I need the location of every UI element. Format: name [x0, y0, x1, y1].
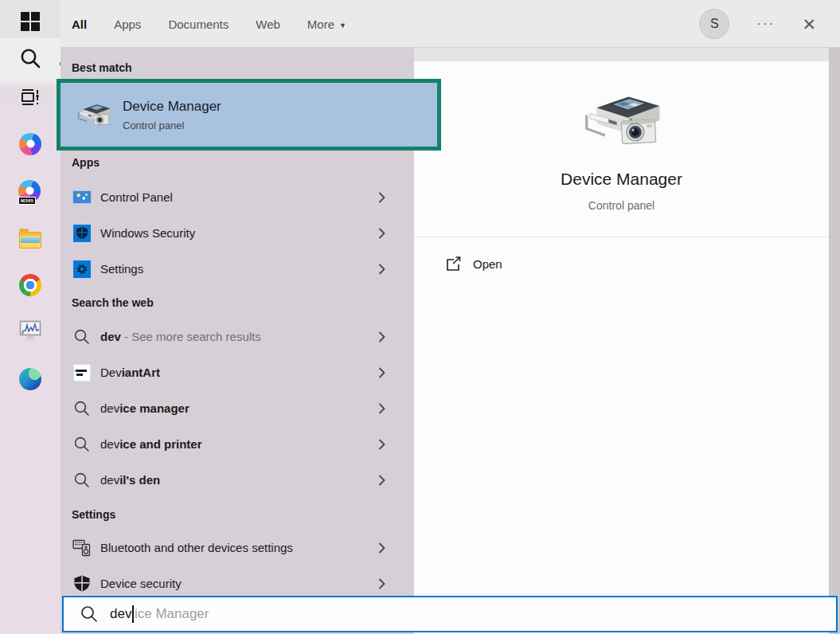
device-manager-icon: [580, 90, 664, 152]
open-external-icon: [446, 256, 462, 272]
m365-copilot-button[interactable]: M365: [0, 172, 61, 212]
more-options-icon[interactable]: ···: [756, 16, 775, 32]
windows-security-icon: [73, 225, 91, 242]
close-icon[interactable]: ✕: [802, 16, 816, 33]
panel-top-gap: [414, 48, 840, 61]
apps-header: Apps: [72, 156, 100, 169]
search-icon: [73, 436, 91, 453]
m365-badge: M365: [18, 197, 36, 205]
tab-documents[interactable]: Documents: [168, 18, 229, 31]
copilot-icon: [19, 133, 41, 155]
chevron-right-icon[interactable]: [378, 331, 385, 342]
best-match-annotation-box: Device Manager Control panel: [57, 79, 441, 151]
chevron-right-icon[interactable]: [378, 191, 385, 203]
chevron-right-icon[interactable]: [378, 402, 385, 414]
web-header: Search the web: [72, 296, 154, 309]
list-item-bluetooth-devices-settings[interactable]: Bluetooth and other devices settings: [61, 530, 414, 566]
search-suggestion-text: ice Manager: [135, 606, 209, 622]
preview-panel: Device Manager Control panel Open: [414, 61, 829, 634]
avatar-initial: S: [710, 17, 719, 31]
preview-title: Device Manager: [414, 170, 829, 189]
topbar-controls: S ··· ✕: [699, 0, 840, 48]
list-item-control-panel[interactable]: Control Panel: [61, 179, 414, 215]
chevron-right-icon[interactable]: [378, 438, 385, 450]
preview-subtitle: Control panel: [414, 199, 829, 212]
tabs: All Apps Documents Web More▼: [72, 0, 346, 48]
chevron-right-icon[interactable]: [378, 474, 385, 486]
divider: [414, 237, 829, 237]
device-manager-icon: [76, 101, 112, 129]
best-match-result[interactable]: Device Manager Control panel: [61, 83, 437, 147]
chevron-right-icon[interactable]: [378, 366, 385, 378]
taskbar-search-button[interactable]: [0, 38, 61, 78]
search-icon: [73, 472, 91, 489]
device-security-shield-icon: [74, 575, 90, 592]
task-view-button[interactable]: [0, 77, 61, 117]
search-icon: [73, 400, 91, 417]
search-typed-text: dev: [110, 606, 131, 622]
search-icon: [80, 605, 99, 624]
web-suggestion-devils-den[interactable]: devil's den: [61, 462, 414, 498]
dropdown-arrow-icon: ▼: [339, 22, 346, 29]
chevron-right-icon[interactable]: [378, 227, 385, 239]
bluetooth-devices-icon: [72, 538, 92, 558]
file-explorer-button[interactable]: [0, 220, 61, 260]
resource-monitor-icon: [19, 320, 41, 342]
chrome-icon: [19, 274, 41, 296]
web-suggestion-see-more[interactable]: dev - See more search results: [61, 319, 414, 354]
edge-button[interactable]: [0, 359, 61, 399]
search-input[interactable]: dev ice Manager: [62, 596, 838, 632]
open-button[interactable]: Open: [446, 256, 541, 272]
tab-all[interactable]: All: [72, 18, 87, 31]
list-item-windows-security[interactable]: Windows Security: [61, 215, 414, 251]
taskbar: M365: [0, 0, 61, 634]
settings-header: Settings: [72, 508, 115, 521]
task-view-icon: [18, 85, 42, 109]
search-icon: [18, 46, 42, 70]
copilot-button[interactable]: [0, 124, 61, 164]
text-cursor: [132, 605, 134, 623]
list-item-settings[interactable]: Settings: [61, 251, 414, 287]
chevron-right-icon[interactable]: [378, 263, 385, 275]
web-suggestion-device-and-printer[interactable]: device and printer: [61, 426, 414, 462]
chevron-right-icon[interactable]: [378, 577, 385, 589]
user-avatar[interactable]: S: [699, 9, 729, 39]
web-suggestion-device-manager[interactable]: device manager: [61, 390, 414, 426]
desktop-edge-strip: [829, 48, 840, 634]
file-explorer-icon: [19, 232, 41, 249]
m365-copilot-icon: M365: [18, 180, 42, 204]
control-panel-icon: [72, 190, 92, 204]
deviantart-icon: [73, 364, 91, 382]
search-icon: [73, 328, 91, 346]
resource-monitor-button[interactable]: [0, 311, 61, 350]
chrome-button[interactable]: [0, 265, 61, 305]
windows-logo-icon: [21, 12, 40, 31]
best-match-header: Best match: [72, 61, 131, 74]
tab-apps[interactable]: Apps: [114, 18, 141, 31]
windows-search-screen: M365 All Apps Docum: [0, 0, 840, 634]
tab-more[interactable]: More▼: [307, 18, 346, 31]
edge-icon: [19, 368, 41, 390]
web-suggestion-deviantart[interactable]: DeviantArt: [61, 354, 414, 390]
tab-web[interactable]: Web: [256, 18, 280, 31]
search-tab-bar: All Apps Documents Web More▼ S ··· ✕: [61, 0, 840, 48]
start-button[interactable]: [0, 2, 61, 41]
chevron-right-icon[interactable]: [378, 542, 385, 554]
settings-gear-icon: [73, 260, 91, 278]
